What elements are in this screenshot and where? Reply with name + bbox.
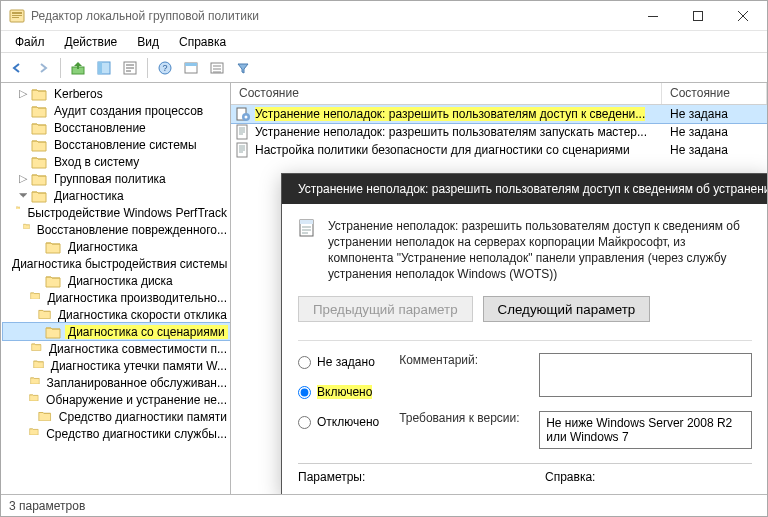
dialog-fields: Комментарий: Требования к версии: Не ниж… <box>399 353 752 449</box>
list-header-col-state2[interactable]: Состояние <box>662 83 767 104</box>
radio-enabled-input[interactable] <box>298 386 311 399</box>
maximize-button[interactable] <box>675 2 720 30</box>
window-title: Редактор локальной групповой политики <box>31 9 630 23</box>
tree-item[interactable]: Диагностика диска <box>3 272 230 289</box>
tree-item[interactable]: ▷Групповая политика <box>3 170 230 187</box>
twisty-closed-icon[interactable]: ▷ <box>17 88 29 99</box>
dialog-body: Устранение неполадок: разрешить пользова… <box>282 204 767 494</box>
toolbar-extra-2[interactable] <box>205 56 229 80</box>
tree-item[interactable]: Восстановление системы <box>3 136 230 153</box>
tree-item[interactable]: Вход в систему <box>3 153 230 170</box>
tree-item[interactable]: Аудит создания процессов <box>3 102 230 119</box>
list-row[interactable]: Настройка политики безопасности для диаг… <box>231 141 767 159</box>
twisty-open-icon[interactable]: ⏷ <box>17 190 29 201</box>
tree-item[interactable]: Диагностика скорости отклика <box>3 306 230 323</box>
svg-rect-25 <box>300 220 313 224</box>
prev-param-button[interactable]: Предыдущий параметр <box>298 296 473 322</box>
help-label: Справка: <box>545 470 752 484</box>
toolbar-extra-1[interactable] <box>179 56 203 80</box>
tree-pane: ▷KerberosАудит создания процессовВосстан… <box>1 83 231 494</box>
tab-stub[interactable]: Рас <box>231 473 265 494</box>
window: Редактор локальной групповой политики Фа… <box>0 0 768 517</box>
tree-item[interactable]: ▷Kerberos <box>3 85 230 102</box>
tree-item[interactable]: Восстановление поврежденного... <box>3 221 230 238</box>
policy-doc-icon <box>235 124 251 140</box>
radio-not-configured-input[interactable] <box>298 356 311 369</box>
svg-text:?: ? <box>162 63 167 73</box>
requirements-row: Требования к версии: Не ниже Windows Ser… <box>399 411 752 449</box>
tree-item[interactable]: Средство диагностики памяти <box>3 408 230 425</box>
tree-item[interactable]: Обнаружение и устранение не... <box>3 391 230 408</box>
list-row-state: Не задана <box>662 143 767 157</box>
list-header-col-state[interactable]: Состояние <box>231 83 662 104</box>
toolbar-separator <box>60 58 61 78</box>
radio-not-configured-label: Не задано <box>317 355 375 369</box>
back-button[interactable] <box>5 56 29 80</box>
tree-item[interactable]: Запланированное обслуживан... <box>3 374 230 391</box>
tree-item[interactable]: Восстановление <box>3 119 230 136</box>
folder-icon <box>31 342 42 356</box>
folder-icon <box>29 427 39 441</box>
folder-icon <box>33 359 44 373</box>
export-list-button[interactable] <box>118 56 142 80</box>
tree-item[interactable]: ⏷Диагностика <box>3 187 230 204</box>
help-button[interactable]: ? <box>153 56 177 80</box>
menu-help[interactable]: Справка <box>171 33 234 51</box>
folder-icon <box>23 223 30 237</box>
radio-enabled[interactable]: Включено <box>298 383 379 401</box>
forward-button[interactable] <box>31 56 55 80</box>
tree-item[interactable]: Быстродействие Windows PerfTrack <box>3 204 230 221</box>
folder-icon <box>31 87 47 101</box>
folder-icon <box>31 172 47 186</box>
tree-item-label: Запланированное обслуживан... <box>44 376 230 390</box>
tree-item-label: Восстановление поврежденного... <box>34 223 230 237</box>
right-pane: Состояние Состояние Устранение неполадок… <box>231 83 767 494</box>
svg-rect-2 <box>12 15 22 16</box>
menubar: Файл Действие Вид Справка <box>1 31 767 53</box>
twisty-closed-icon[interactable]: ▷ <box>17 173 29 184</box>
app-icon <box>9 8 25 24</box>
comment-input[interactable] <box>539 353 752 397</box>
tree-item[interactable]: Диагностика производительно... <box>3 289 230 306</box>
dialog-nav-buttons: Предыдущий параметр Следующий параметр <box>298 296 752 322</box>
svg-rect-10 <box>98 62 102 74</box>
radio-not-configured[interactable]: Не задано <box>298 353 379 371</box>
policy-doc-icon <box>235 142 251 158</box>
params-row: Параметры: Справка: <box>298 463 752 484</box>
list-row-label: Устранение неполадок: разрешить пользова… <box>255 107 662 121</box>
list-row[interactable]: Устранение неполадок: разрешить пользова… <box>231 105 767 123</box>
svg-rect-1 <box>12 12 22 14</box>
tree-item[interactable]: Диагностика <box>3 238 230 255</box>
tree-item[interactable]: Диагностика утечки памяти W... <box>3 357 230 374</box>
svg-rect-4 <box>648 16 658 17</box>
next-param-button[interactable]: Следующий параметр <box>483 296 651 322</box>
close-button[interactable] <box>720 2 765 30</box>
requirements-value: Не ниже Windows Server 2008 R2 или Windo… <box>539 411 752 449</box>
radio-disabled[interactable]: Отключено <box>298 413 379 431</box>
tree-item-label: Аудит создания процессов <box>51 104 206 118</box>
tree-item[interactable]: Диагностика совместимости п... <box>3 340 230 357</box>
folder-icon <box>16 206 20 220</box>
tree[interactable]: ▷KerberosАудит создания процессовВосстан… <box>1 83 230 494</box>
menu-file[interactable]: Файл <box>7 33 53 51</box>
menu-action[interactable]: Действие <box>57 33 126 51</box>
tab-stub-label: Рас <box>238 478 258 492</box>
dialog-description: Устранение неполадок: разрешить пользова… <box>328 218 752 282</box>
tree-item[interactable]: Диагностика быстродействия системы <box>3 255 230 272</box>
dialog-description-row: Устранение неполадок: разрешить пользова… <box>298 218 752 282</box>
tree-item-label: Диагностика производительно... <box>44 291 230 305</box>
radio-disabled-input[interactable] <box>298 416 311 429</box>
policy-doc-icon <box>298 218 318 238</box>
show-hide-tree-button[interactable] <box>92 56 116 80</box>
filter-button[interactable] <box>231 56 255 80</box>
tree-item[interactable]: Диагностика со сценариями <box>3 323 230 340</box>
tree-item[interactable]: Средство диагностики службы... <box>3 425 230 442</box>
up-button[interactable] <box>66 56 90 80</box>
tree-item-label: Диагностика <box>51 189 127 203</box>
minimize-button[interactable] <box>630 2 675 30</box>
tree-item-label: Диагностика со сценариями <box>65 325 228 339</box>
list[interactable]: Устранение неполадок: разрешить пользова… <box>231 105 767 159</box>
svg-rect-15 <box>185 63 197 66</box>
menu-view[interactable]: Вид <box>129 33 167 51</box>
list-row[interactable]: Устранение неполадок: разрешить пользова… <box>231 123 767 141</box>
